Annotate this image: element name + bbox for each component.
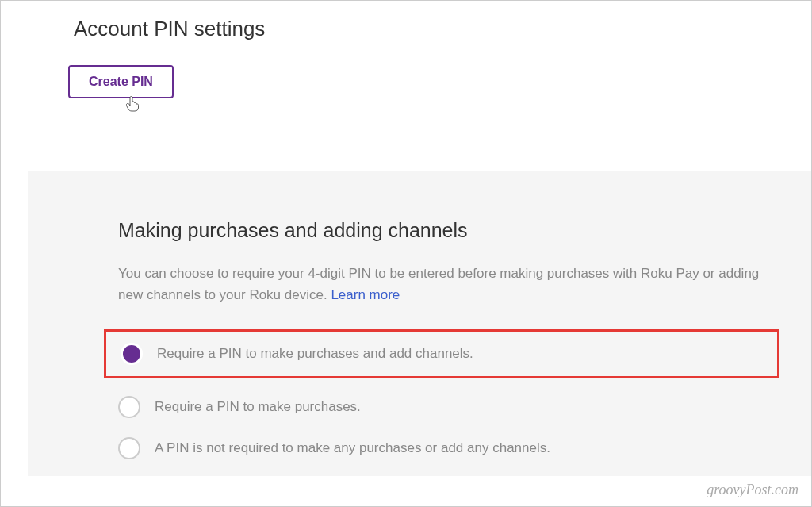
cursor-hand-icon <box>126 96 139 112</box>
radio-button[interactable] <box>118 437 140 459</box>
radio-button[interactable] <box>118 396 140 418</box>
radio-option-require-pin-purchases[interactable]: Require a PIN to make purchases. <box>118 386 779 428</box>
learn-more-link[interactable]: Learn more <box>331 287 400 302</box>
radio-label: Require a PIN to make purchases. <box>155 399 361 415</box>
radio-selected-dot-icon <box>123 345 140 363</box>
section-description-text: You can choose to require your 4-digit P… <box>118 266 759 302</box>
radio-button[interactable] <box>121 343 143 365</box>
highlighted-option-box: Require a PIN to make purchases and add … <box>104 329 779 378</box>
watermark: groovyPost.com <box>707 482 799 498</box>
radio-option-no-pin[interactable]: A PIN is not required to make any purcha… <box>118 428 779 469</box>
radio-label: Require a PIN to make purchases and add … <box>157 346 473 362</box>
radio-label: A PIN is not required to make any purcha… <box>155 440 550 456</box>
section-title: Making purchases and adding channels <box>118 219 779 242</box>
page-title: Account PIN settings <box>74 17 811 41</box>
create-pin-button[interactable]: Create PIN <box>68 65 174 98</box>
purchases-section: Making purchases and adding channels You… <box>28 171 811 476</box>
radio-option-require-pin-purchases-channels[interactable]: Require a PIN to make purchases and add … <box>106 332 777 376</box>
section-description: You can choose to require your 4-digit P… <box>118 263 779 305</box>
